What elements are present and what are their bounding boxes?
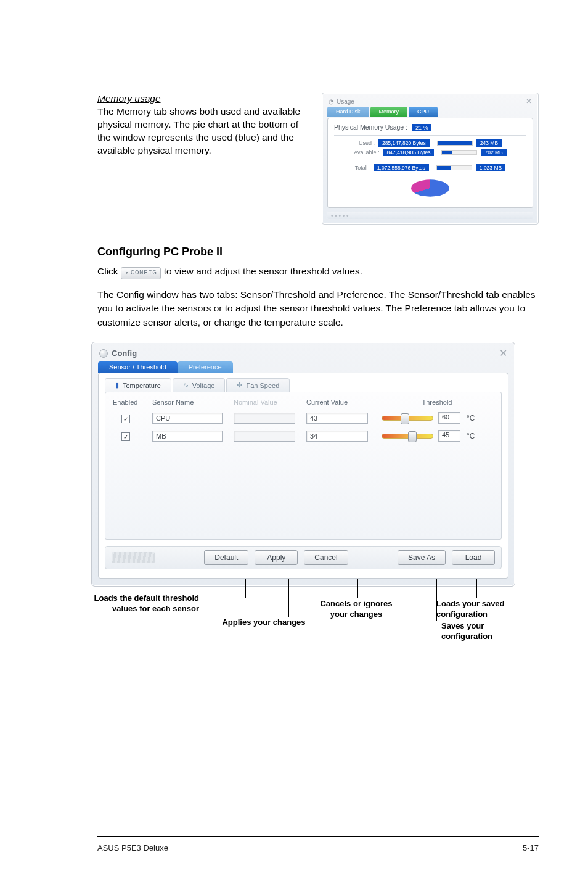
default-button[interactable]: Default: [204, 550, 248, 565]
annot-cancels: Cancels or ignores your changes: [316, 599, 396, 619]
config-paragraph: The Config window has two tabs: Sensor/T…: [97, 288, 539, 329]
config-window: Config ✕ Sensor / Threshold Preference ▮…: [91, 342, 515, 587]
threshold-input[interactable]: 60: [438, 412, 460, 424]
subtab-temperature[interactable]: ▮ Temperature: [105, 378, 171, 392]
mem-row-total: Total : 1,072,558,976 Bytes 1,023 MB: [334, 164, 526, 171]
hdr-threshold: Threshold: [382, 398, 492, 406]
load-button[interactable]: Load: [452, 550, 495, 565]
hdr-current: Current Value: [306, 398, 382, 406]
memory-heading: Memory usage: [97, 93, 307, 105]
mem-usage-text: Physical Memory Usage : 21 %: [334, 123, 526, 131]
checkbox-mb[interactable]: ✓: [121, 432, 130, 441]
hdr-enabled: Enabled: [113, 398, 152, 406]
memory-paragraph: The Memory tab shows both used and avail…: [97, 105, 307, 157]
current-value: 43: [306, 413, 368, 424]
close-icon[interactable]: ✕: [526, 97, 532, 105]
table-row: ✓ CPU 43 60 °C: [113, 412, 494, 424]
close-icon[interactable]: ✕: [499, 347, 507, 359]
click-line: Click CONFIG to view and adjust the sens…: [97, 265, 539, 279]
threshold-slider[interactable]: [382, 434, 433, 439]
unit-label: °C: [467, 414, 475, 423]
sensor-name-input[interactable]: MB: [152, 431, 223, 442]
hdr-sensor: Sensor Name: [152, 398, 234, 406]
threshold-slider[interactable]: [382, 416, 433, 421]
grip-hatches: [112, 552, 155, 563]
footer-left: ASUS P5E3 Deluxe: [97, 843, 168, 852]
tab-preference[interactable]: Preference: [178, 361, 233, 373]
threshold-input[interactable]: 45: [438, 430, 460, 442]
usage-tabs: Hard Disk Memory CPU: [327, 107, 533, 117]
mem-row-used: Used : 285,147,820 Bytes 243 MB: [334, 139, 526, 147]
nominal-input: [234, 431, 295, 442]
table-row: ✓ MB 34 45 °C: [113, 430, 494, 442]
subtab-voltage[interactable]: ∿ Voltage: [173, 378, 226, 392]
tab-cpu[interactable]: CPU: [409, 107, 438, 117]
annot-applies: Applies your changes: [214, 617, 313, 627]
gear-icon: [99, 349, 108, 358]
apply-button[interactable]: Apply: [255, 550, 298, 565]
annotations: Loads the default threshold values for e…: [91, 592, 515, 672]
tab-memory[interactable]: Memory: [370, 107, 408, 117]
cancel-button[interactable]: Cancel: [304, 550, 348, 565]
current-value: 34: [306, 431, 368, 442]
pie-chart: [411, 179, 449, 196]
config-inline-button[interactable]: CONFIG: [121, 267, 161, 279]
footer-right: 5-17: [523, 843, 539, 852]
usage-panel: ◔ Usage ✕ Hard Disk Memory CPU Physical …: [322, 93, 539, 225]
subtab-fanspeed[interactable]: ✣ Fan Speed: [226, 378, 290, 392]
window-title: Config: [112, 349, 137, 358]
sensor-name-input[interactable]: CPU: [152, 413, 223, 424]
tab-harddisk[interactable]: Hard Disk: [327, 107, 369, 117]
nominal-input: [234, 413, 295, 424]
disk-icon: ◔: [329, 98, 334, 105]
tab-sensor-threshold[interactable]: Sensor / Threshold: [98, 361, 178, 373]
thermometer-icon: ▮: [115, 381, 119, 389]
voltage-icon: ∿: [183, 381, 189, 389]
mem-usage-pct: 21 %: [412, 124, 432, 131]
hdr-nominal: Nominal Value: [234, 398, 306, 406]
checkbox-cpu[interactable]: ✓: [121, 415, 130, 423]
saveas-button[interactable]: Save As: [398, 550, 446, 565]
annot-loads-saved: Loads your saved configuration: [436, 599, 535, 619]
fan-icon: ✣: [237, 381, 242, 389]
annot-saves: Saves your configuration: [441, 621, 528, 642]
usage-title: Usage: [337, 98, 354, 105]
panel-footer-dots: • • • • •: [327, 212, 533, 219]
unit-label: °C: [467, 432, 475, 440]
mem-row-avail: Available : 847,418,905 Bytes 702 MB: [334, 149, 526, 156]
config-heading: Configuring PC Probe II: [97, 245, 539, 258]
annot-loads-default: Loads the default threshold values for e…: [88, 593, 199, 614]
